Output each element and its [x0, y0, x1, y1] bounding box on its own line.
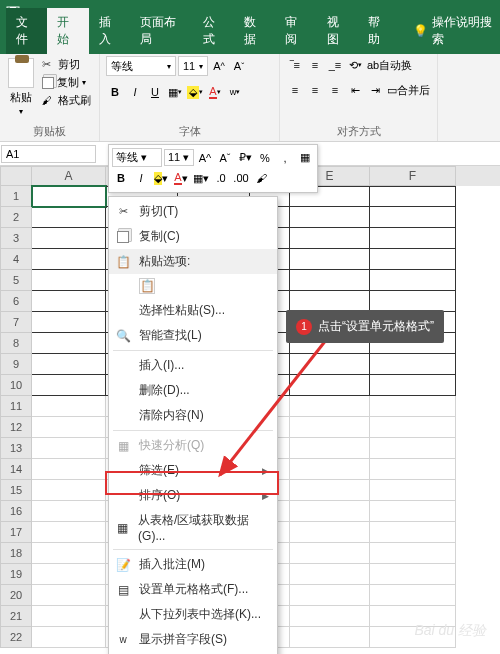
- underline-button[interactable]: U: [146, 83, 164, 101]
- mini-percent-icon[interactable]: %: [256, 149, 274, 167]
- ctx-paste-special[interactable]: 选择性粘贴(S)...: [109, 298, 277, 323]
- mini-border-icon[interactable]: ▦: [296, 149, 314, 167]
- cell[interactable]: [290, 501, 370, 522]
- mini-dec-icon[interactable]: .0: [212, 169, 230, 187]
- tab-view[interactable]: 视图: [317, 8, 358, 54]
- indent-inc-icon[interactable]: ⇥: [366, 81, 384, 99]
- wrap-text-button[interactable]: ab 自动换: [366, 56, 413, 74]
- cell[interactable]: [290, 522, 370, 543]
- tab-file[interactable]: 文件: [6, 8, 47, 54]
- ctx-cut[interactable]: 剪切(T): [109, 199, 277, 224]
- cell[interactable]: [370, 228, 456, 249]
- ctx-phonetic[interactable]: w显示拼音字段(S): [109, 627, 277, 652]
- cell[interactable]: [370, 291, 456, 312]
- cell[interactable]: [32, 249, 106, 270]
- tell-me[interactable]: 💡操作说明搜索: [407, 8, 500, 54]
- row-header[interactable]: 12: [0, 417, 32, 438]
- cell[interactable]: [290, 375, 370, 396]
- cell[interactable]: [370, 186, 456, 207]
- mini-italic[interactable]: I: [132, 169, 150, 187]
- row-header[interactable]: 8: [0, 333, 32, 354]
- cell[interactable]: [370, 396, 456, 417]
- cell[interactable]: [32, 396, 106, 417]
- ctx-smart-lookup[interactable]: 🔍智能查找(L): [109, 323, 277, 348]
- cell[interactable]: [32, 312, 106, 333]
- ctx-filter[interactable]: 筛选(E)▶: [109, 458, 277, 483]
- ctx-format-cells[interactable]: ▤设置单元格格式(F)...: [109, 577, 277, 602]
- cut-button[interactable]: 剪切: [40, 56, 93, 73]
- ctx-paste-btn[interactable]: 📋: [109, 274, 277, 298]
- mini-decrease-font-icon[interactable]: Aˇ: [216, 149, 234, 167]
- cell[interactable]: [290, 354, 370, 375]
- row-header[interactable]: 22: [0, 627, 32, 648]
- row-header[interactable]: 13: [0, 438, 32, 459]
- cell[interactable]: [370, 459, 456, 480]
- row-header[interactable]: 17: [0, 522, 32, 543]
- align-mid-icon[interactable]: ≡: [306, 56, 324, 74]
- cell[interactable]: [32, 375, 106, 396]
- mini-comma-icon[interactable]: ,: [276, 149, 294, 167]
- paste-button[interactable]: 粘贴 ▾: [6, 56, 36, 118]
- cell[interactable]: [290, 543, 370, 564]
- ctx-table-data[interactable]: ▦从表格/区域获取数据(G)...: [109, 508, 277, 547]
- cell[interactable]: [290, 606, 370, 627]
- tab-insert[interactable]: 插入: [89, 8, 130, 54]
- decrease-font-icon[interactable]: Aˇ: [230, 57, 248, 75]
- row-header[interactable]: 6: [0, 291, 32, 312]
- cell[interactable]: [290, 417, 370, 438]
- row-header[interactable]: 10: [0, 375, 32, 396]
- cell[interactable]: [290, 396, 370, 417]
- indent-dec-icon[interactable]: ⇤: [346, 81, 364, 99]
- row-header[interactable]: 1: [0, 186, 32, 207]
- italic-button[interactable]: I: [126, 83, 144, 101]
- tab-home[interactable]: 开始: [47, 8, 88, 54]
- cell[interactable]: [32, 207, 106, 228]
- cell[interactable]: [370, 522, 456, 543]
- cell[interactable]: [32, 585, 106, 606]
- row-header[interactable]: 21: [0, 606, 32, 627]
- mini-currency-icon[interactable]: ₽▾: [236, 149, 254, 167]
- cell[interactable]: [290, 270, 370, 291]
- row-header[interactable]: 14: [0, 459, 32, 480]
- col-header-f[interactable]: F: [370, 166, 456, 186]
- cell[interactable]: [370, 438, 456, 459]
- cell[interactable]: [370, 585, 456, 606]
- cell[interactable]: [370, 375, 456, 396]
- font-size-select[interactable]: 11▾: [178, 56, 208, 76]
- cell[interactable]: [32, 417, 106, 438]
- cell[interactable]: [290, 627, 370, 648]
- font-name-select[interactable]: 等线▾: [106, 56, 176, 76]
- cell[interactable]: [370, 249, 456, 270]
- cell[interactable]: [370, 354, 456, 375]
- cell[interactable]: [32, 291, 106, 312]
- row-header[interactable]: 16: [0, 501, 32, 522]
- cell[interactable]: [290, 291, 370, 312]
- col-header-a[interactable]: A: [32, 166, 106, 186]
- format-painter-button[interactable]: 格式刷: [40, 92, 93, 109]
- align-center-icon[interactable]: ≡: [306, 81, 324, 99]
- mini-bold[interactable]: B: [112, 169, 130, 187]
- row-header[interactable]: 20: [0, 585, 32, 606]
- cell[interactable]: [290, 459, 370, 480]
- cell[interactable]: [32, 480, 106, 501]
- cell[interactable]: [32, 564, 106, 585]
- cell[interactable]: [290, 564, 370, 585]
- mini-color-icon[interactable]: A▾: [172, 169, 190, 187]
- row-header[interactable]: 9: [0, 354, 32, 375]
- bold-button[interactable]: B: [106, 83, 124, 101]
- align-bot-icon[interactable]: _≡: [326, 56, 344, 74]
- row-header[interactable]: 4: [0, 249, 32, 270]
- tab-review[interactable]: 审阅: [275, 8, 316, 54]
- ctx-insert-comment[interactable]: 📝插入批注(M): [109, 552, 277, 577]
- mini-inc-icon[interactable]: .00: [232, 169, 250, 187]
- cell[interactable]: [32, 543, 106, 564]
- row-header[interactable]: 19: [0, 564, 32, 585]
- ctx-clear[interactable]: 清除内容(N): [109, 403, 277, 428]
- row-header[interactable]: 15: [0, 480, 32, 501]
- row-header[interactable]: 3: [0, 228, 32, 249]
- cell[interactable]: [32, 438, 106, 459]
- copy-button[interactable]: 复制▾: [40, 74, 93, 91]
- cell[interactable]: [370, 270, 456, 291]
- align-left-icon[interactable]: ≡: [286, 81, 304, 99]
- cell[interactable]: [32, 228, 106, 249]
